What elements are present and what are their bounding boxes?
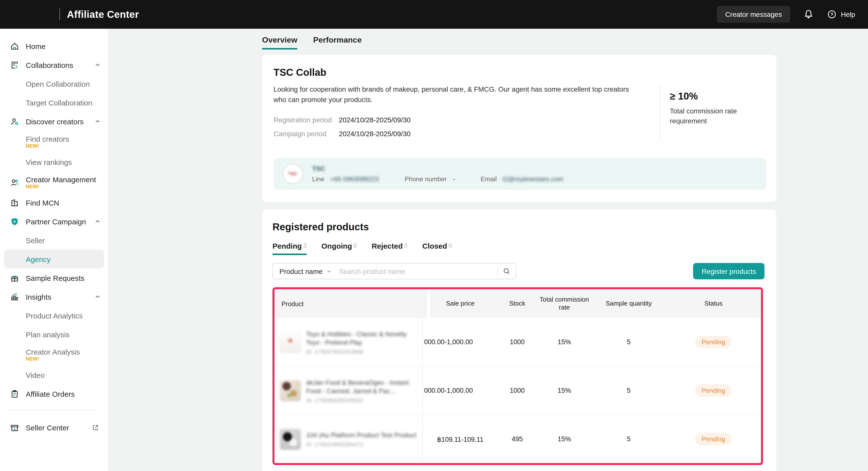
chevron-up-icon [94,218,101,225]
external-link-icon [92,424,99,431]
chevron-up-icon [94,293,101,300]
stock-cell: 495 [497,435,537,443]
top-header: Affiliate Center Creator messages ? Help [0,0,868,29]
page-tabs: Overview Performance [262,36,776,50]
status-badge: Pending [695,384,732,397]
campaign-period-row: Campaign period 2024/10/28-2025/09/30 [274,130,765,138]
sidebar-item-target-collaboration[interactable]: Target Collaboration [0,93,108,112]
register-products-button[interactable]: Register products [693,263,765,279]
email-value: t2@mytimestars.com [503,175,563,183]
sidebar-item-agency[interactable]: Agency [4,250,104,269]
collaborations-icon [10,60,20,70]
sidebar-group-insights[interactable]: Insights [0,287,108,306]
app-title: Affiliate Center [67,9,139,20]
product-image [279,331,301,353]
sidebar-item-plan-analysis[interactable]: Plan analysis [0,325,108,344]
phone-value: - [453,175,455,183]
product-id: ID: 1731019932284472 [306,441,418,447]
campaign-title: TSC Collab [274,67,765,78]
commission-cell: 15% [537,338,592,346]
partner-campaign-icon [10,216,20,226]
sale-price-cell: 000.00-1,000.00 [423,387,497,394]
status-badge: Pending [695,433,732,445]
sidebar-item-find-creators[interactable]: Find creators NEW! [0,131,108,153]
help-link[interactable]: ? Help [827,9,855,19]
search-type-dropdown[interactable]: Product name [279,267,332,275]
sidebar-group-discover-creators[interactable]: Discover creators [0,112,108,131]
table-row[interactable]: ฿109.11-109.11 495 15% 5 Pending 104 zhu [275,414,761,463]
search-divider [497,268,498,275]
chevron-up-icon [94,118,101,125]
sidebar-item-creator-analysis[interactable]: Creator Analysis NEW! [0,344,108,366]
home-icon [10,41,20,51]
header-divider [59,8,60,20]
products-table: Product Sale price Stock Total commissio… [273,287,763,465]
col-header-commission: Total commission rate [537,296,592,312]
table-header: Product Sale price Stock Total commissio… [275,289,761,318]
new-badge: NEW! [26,144,108,149]
sidebar-item-home[interactable]: Home [0,37,108,56]
seller-center-icon [10,422,20,432]
commission-requirement: ≥ 10% Total commission rate requirement [670,91,749,126]
affiliate-orders-icon [10,389,20,399]
tab-pending[interactable]: Pending 3 [273,242,307,255]
col-header-product: Product [275,289,430,318]
search-icon[interactable] [502,267,511,275]
sidebar-item-seller[interactable]: Seller [0,231,108,250]
commission-cell: 15% [537,387,592,394]
help-icon: ? [827,9,837,19]
tab-ongoing[interactable]: Ongoing 0 [321,242,357,255]
col-header-stock: Stock [497,300,537,308]
line-value: +66 0963088223 [330,175,379,183]
find-mcn-icon [10,198,20,208]
table-row[interactable]: 000.00-1,000.00 1000 15% 5 Pending deJan [275,366,761,414]
product-search: Product name [273,263,516,279]
sidebar-item-sample-requests[interactable]: Sample Requests [0,269,108,287]
sidebar-item-seller-center[interactable]: Seller Center [0,417,108,437]
col-header-sale-price: Sale price [423,300,497,308]
sample-quantity-cell: 5 [592,387,666,394]
chevron-up-icon [94,61,101,68]
sidebar-group-collaborations[interactable]: Collaborations [0,56,108,74]
table-row[interactable]: 000.00-1,000.00 1000 15% 5 Pending Toys [275,318,761,366]
sidebar-item-affiliate-orders[interactable]: Affiliate Orders [0,384,108,403]
sidebar-item-video[interactable]: Video [0,366,108,384]
product-image [279,380,301,401]
sidebar-item-product-analytics[interactable]: Product Analytics [0,306,108,325]
tab-rejected[interactable]: Rejected 0 [372,242,407,255]
new-badge: NEW! [26,356,108,362]
sale-price-cell: 000.00-1,000.00 [423,338,497,346]
insights-icon [10,292,20,302]
chevron-down-icon [326,268,332,274]
campaign-description: Looking for cooperation with brands of m… [274,84,635,105]
agency-contact-card: TSC TSC Line +66 0963088223 Phone number… [274,158,767,190]
sidebar-item-open-collaboration[interactable]: Open Collaboration [0,74,108,93]
main-area: Overview Performance TSC Collab Looking … [108,29,868,471]
product-id: ID: 1730983295249532 [306,397,418,403]
sidebar-item-creator-management[interactable]: Creator Management NEW! [0,171,108,193]
header-actions: Creator messages ? Help [717,6,868,23]
col-header-status: Status [666,300,761,308]
product-id: ID: 1730973022413848 [306,348,418,354]
discover-creators-icon [10,116,20,126]
status-tabs: Pending 3 Ongoing 0 Rejected 0 Closed 0 [273,242,765,255]
new-badge: NEW! [26,184,101,189]
sidebar-group-partner-campaign[interactable]: Partner Campaign [0,212,108,231]
tab-performance[interactable]: Performance [313,36,362,50]
status-badge: Pending [695,336,732,348]
sidebar-divider [9,410,99,411]
sample-requests-icon [10,273,20,283]
creator-messages-button[interactable]: Creator messages [717,6,790,23]
search-input[interactable] [338,267,497,276]
vertical-divider [660,85,660,142]
sidebar-item-view-rankings[interactable]: View rankings [0,153,108,171]
tab-closed[interactable]: Closed 0 [422,242,452,255]
agency-contact-row: Line +66 0963088223 Phone number - Email… [312,175,563,183]
notification-bell-icon[interactable] [803,9,814,20]
sidebar-item-find-mcn[interactable]: Find MCN [0,193,108,212]
product-cell: Toys & Hobbies - Classic & Novelty Toys … [275,318,423,366]
product-image [279,428,301,450]
tab-overview[interactable]: Overview [262,36,297,50]
agency-avatar: TSC [282,163,303,184]
sample-quantity-cell: 5 [592,338,666,346]
